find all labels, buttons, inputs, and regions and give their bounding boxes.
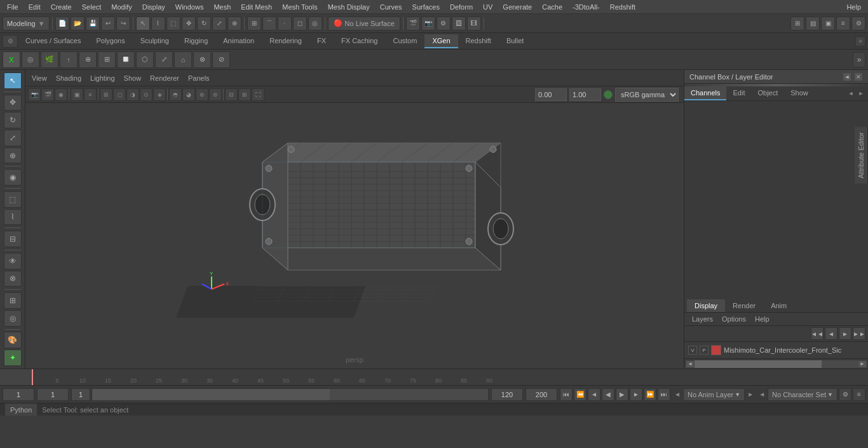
panel-close-btn[interactable]: ✕ bbox=[854, 72, 863, 81]
viewport-menu-show[interactable]: Show bbox=[120, 73, 146, 83]
cb-tab-object[interactable]: Object bbox=[751, 86, 784, 100]
shelf-btn-xgen[interactable]: X bbox=[3, 51, 20, 68]
range-max-input[interactable] bbox=[526, 388, 557, 401]
panel-nav-right[interactable]: ► bbox=[857, 89, 865, 98]
snap-left-btn[interactable]: ◎ bbox=[4, 310, 22, 327]
vp-motionblur-btn[interactable]: ⊛ bbox=[196, 88, 208, 101]
tab-fx-caching[interactable]: FX Caching bbox=[334, 34, 385, 48]
viewport-canvas[interactable]: X Y persp bbox=[25, 103, 684, 369]
menu-item-display[interactable]: Display bbox=[138, 2, 170, 12]
move-left-btn[interactable]: ✥ bbox=[4, 95, 22, 111]
frame-current-display[interactable] bbox=[71, 388, 90, 401]
vp-dof-btn[interactable]: ⊜ bbox=[209, 88, 222, 101]
viewport-menu-view[interactable]: View bbox=[28, 73, 51, 83]
attribute-editor-side-tab[interactable]: Attribute Editor bbox=[855, 127, 868, 184]
undo-btn[interactable]: ↩ bbox=[101, 17, 115, 31]
vp-attr-btn[interactable]: ≡ bbox=[84, 88, 97, 101]
menu-item-mesh-tools[interactable]: Mesh Tools bbox=[278, 2, 322, 12]
layer-playback[interactable]: P bbox=[700, 346, 709, 355]
snap-point-btn[interactable]: · bbox=[278, 17, 292, 31]
menu-item-select[interactable]: Select bbox=[78, 2, 106, 12]
render-seq-btn[interactable]: 🎞 bbox=[467, 17, 481, 31]
shelf-btn-6[interactable]: ⊞ bbox=[98, 51, 116, 68]
vp-select-mask-btn[interactable]: ▣ bbox=[71, 88, 83, 101]
open-file-btn[interactable]: 📂 bbox=[71, 17, 85, 31]
snap-grid-btn[interactable]: ⊞ bbox=[247, 17, 261, 31]
universal-btn[interactable]: ⊕ bbox=[227, 17, 241, 31]
vp-render-btn[interactable]: ◉ bbox=[55, 88, 67, 101]
vp-hq-btn[interactable]: ◈ bbox=[153, 88, 166, 101]
anim-layer-arrow-right[interactable]: ► bbox=[746, 390, 755, 399]
vp-panel-btn[interactable]: ⊞ bbox=[238, 88, 251, 101]
live-surface-btn[interactable]: 🔴 No Live Surface bbox=[328, 17, 400, 31]
layers-menu-layers[interactable]: Layers bbox=[688, 314, 717, 324]
shelf-btn-11[interactable]: ⊗ bbox=[193, 51, 211, 68]
panel-arrow-left[interactable]: ◄ bbox=[843, 72, 851, 81]
python-label[interactable]: Python bbox=[5, 404, 37, 416]
frame-range-bar[interactable] bbox=[92, 388, 489, 401]
tool-settings-toggle-btn[interactable]: ⚙ bbox=[851, 17, 865, 31]
scroll-left-arrow[interactable]: ◄ bbox=[686, 360, 695, 368]
menu-item-curves[interactable]: Curves bbox=[376, 2, 407, 12]
shelf-btn-9[interactable]: ⤢ bbox=[155, 51, 173, 68]
paint-select-btn[interactable]: ⬚ bbox=[166, 17, 180, 31]
viewport-menu-lighting[interactable]: Lighting bbox=[86, 73, 119, 83]
select-tool-left-btn[interactable]: ↖ bbox=[4, 72, 22, 89]
cb-tab-show[interactable]: Show bbox=[784, 86, 815, 100]
vp-coord-y-input[interactable] bbox=[569, 88, 601, 101]
menu-item-cache[interactable]: Cache bbox=[538, 2, 567, 12]
shelf-btn-4[interactable]: ↑ bbox=[60, 51, 78, 68]
select-tool-btn[interactable]: ↖ bbox=[136, 17, 150, 31]
layer-row[interactable]: V P Mishimoto_Car_Intercooler_Front_Sic bbox=[686, 343, 867, 357]
menu-item-3dtol[interactable]: -3DtoAll- bbox=[568, 2, 604, 12]
frame-prev-btn[interactable]: ◄ bbox=[588, 388, 600, 401]
channel-box-toggle-btn[interactable]: ▣ bbox=[821, 17, 835, 31]
vp-wireframe-btn[interactable]: ◻ bbox=[113, 88, 126, 101]
soft-select-left-btn[interactable]: ◉ bbox=[4, 169, 22, 186]
tab-sculpting[interactable]: Sculpting bbox=[133, 34, 177, 48]
lasso-select-btn[interactable]: ⌇ bbox=[151, 17, 165, 31]
ipr-btn[interactable]: 📷 bbox=[421, 17, 435, 31]
range-end-input[interactable] bbox=[491, 388, 523, 401]
char-set-dropdown[interactable]: No Character Set ▼ bbox=[768, 388, 837, 401]
start-frame-input[interactable] bbox=[37, 388, 69, 401]
tab-curves-surfaces[interactable]: Curves / Surfaces bbox=[18, 34, 88, 48]
anim-layer-arrow[interactable]: ◄ bbox=[673, 390, 682, 399]
viewport-menu-renderer[interactable]: Renderer bbox=[146, 73, 183, 83]
menu-item-mesh[interactable]: Mesh bbox=[209, 2, 235, 12]
play-fwd-btn[interactable]: ▶ bbox=[616, 388, 628, 401]
char-set-arrow[interactable]: ◄ bbox=[757, 390, 766, 399]
menu-item-file[interactable]: File bbox=[3, 2, 23, 12]
vp-shadow-btn[interactable]: ◓ bbox=[169, 88, 182, 101]
menu-item-uv[interactable]: UV bbox=[478, 2, 497, 12]
rotate-left-btn[interactable]: ↻ bbox=[4, 112, 22, 128]
menu-item-deform[interactable]: Deform bbox=[445, 2, 477, 12]
frame-step-back-btn[interactable]: ⏪ bbox=[574, 388, 587, 401]
layers-nav-left1[interactable]: ◄◄ bbox=[811, 327, 824, 340]
frame-next-btn[interactable]: ► bbox=[630, 388, 642, 401]
tab-fx[interactable]: FX bbox=[309, 34, 334, 48]
menu-item-edit-mesh[interactable]: Edit Mesh bbox=[236, 2, 276, 12]
menu-item-create[interactable]: Create bbox=[46, 2, 76, 12]
hide-left-btn[interactable]: ⊗ bbox=[4, 271, 22, 287]
vp-shading-btn[interactable]: ◑ bbox=[126, 88, 139, 101]
vp-camera-btn[interactable]: 📷 bbox=[28, 88, 41, 101]
play-back-btn[interactable]: ◀ bbox=[602, 388, 614, 401]
redo-btn[interactable]: ↪ bbox=[116, 17, 130, 31]
rotate-btn[interactable]: ↻ bbox=[197, 17, 211, 31]
tab-bullet[interactable]: Bullet bbox=[499, 34, 532, 48]
cb-tab-channels[interactable]: Channels bbox=[684, 86, 726, 100]
vp-ao-btn[interactable]: ◕ bbox=[182, 88, 195, 101]
scale-left-btn[interactable]: ⤢ bbox=[4, 130, 22, 146]
panel-layout-btn[interactable]: ▤ bbox=[806, 17, 820, 31]
vp-film-btn[interactable]: 🎬 bbox=[41, 88, 54, 101]
render-btn[interactable]: 🎬 bbox=[406, 17, 420, 31]
paint-left-btn[interactable]: 🎨 bbox=[4, 332, 22, 348]
menu-item-redshift[interactable]: Redshift bbox=[606, 2, 640, 12]
layer-color-swatch[interactable] bbox=[711, 345, 721, 355]
timeline[interactable]: 5 10 15 20 25 30 35 40 45 50 55 60 65 70… bbox=[0, 369, 868, 385]
tab-rendering[interactable]: Rendering bbox=[262, 34, 309, 48]
scale-btn[interactable]: ⤢ bbox=[212, 17, 226, 31]
viewport-menu-panels[interactable]: Panels bbox=[184, 73, 214, 83]
tab-redshift[interactable]: Redshift bbox=[458, 34, 499, 48]
